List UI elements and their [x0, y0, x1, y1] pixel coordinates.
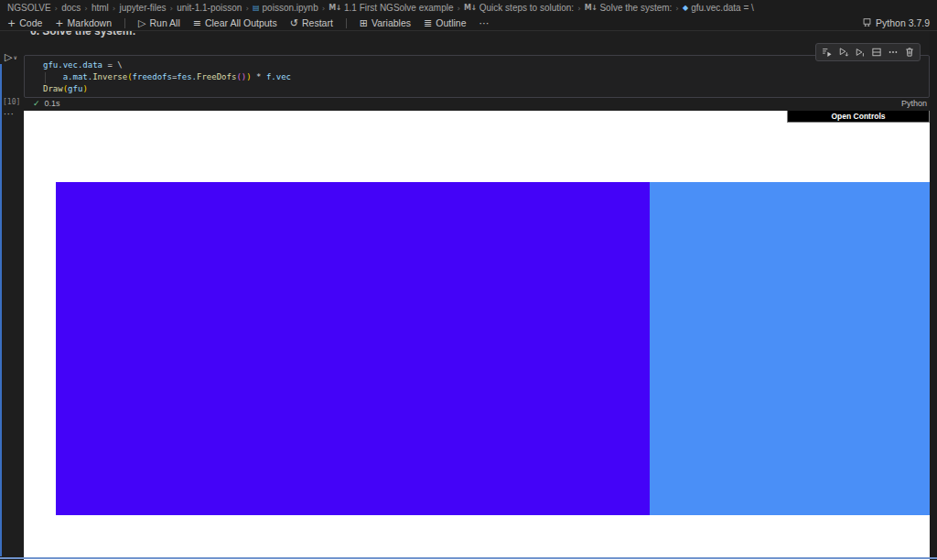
breadcrumb-separator: ›: [113, 4, 116, 13]
breadcrumb-label: NGSOLVE: [7, 3, 51, 13]
focused-cell-indicator: [0, 64, 2, 556]
toolbar-outline-button[interactable]: ≣Outline: [424, 17, 467, 28]
markdown-icon: M↓: [585, 5, 598, 12]
more-actions-icon: ⋯: [479, 18, 490, 28]
toolbar-more-actions-button[interactable]: ⋯: [479, 18, 490, 28]
markdown-icon: M↓: [464, 5, 477, 12]
execute-above-cells-icon[interactable]: [819, 45, 835, 59]
code-line: Draw(gfu): [43, 83, 929, 95]
breadcrumb-label: 1.1 First NGSolve example: [344, 3, 454, 13]
toolbar-clear-all-outputs-button[interactable]: ≡Clear All Outputs: [193, 17, 277, 28]
breadcrumb-item-html[interactable]: html: [92, 3, 109, 13]
add-icon: +: [55, 18, 63, 28]
markdown-icon: M↓: [328, 5, 341, 12]
kernel-icon: [862, 17, 872, 29]
toolbar-label: Run All: [149, 17, 179, 28]
cell-toolbar: [815, 43, 921, 61]
breadcrumb-label: Quick steps to solution:: [479, 3, 574, 13]
restart-icon: ↺: [290, 18, 298, 28]
breadcrumb-label: unit-1.1-poisson: [177, 3, 242, 13]
run-all-icon: ▷: [138, 18, 145, 28]
breadcrumb-separator: ›: [55, 4, 59, 13]
toolbar-label: Markdown: [68, 17, 112, 28]
breadcrumb-item-quick-steps-to-solution[interactable]: M↓Quick steps to solution:: [464, 3, 574, 13]
breadcrumb-label: docs: [61, 3, 81, 13]
kernel-picker-button[interactable]: Python 3.7.9: [862, 17, 930, 29]
variables-icon: ⊞: [360, 18, 368, 28]
chevron-down-icon: ∨: [13, 54, 16, 61]
run-by-line-icon[interactable]: [852, 45, 867, 59]
breadcrumb-label: gfu.vec.data = \: [691, 3, 754, 13]
breadcrumb-item-unit-1-1-poisson[interactable]: unit-1.1-poisson: [177, 3, 242, 13]
cell-language-picker[interactable]: Python: [901, 99, 927, 108]
toolbar-label: Clear All Outputs: [205, 17, 277, 28]
toolbar-divider: [346, 18, 347, 28]
editor-scrollbar-gutter[interactable]: [930, 31, 937, 557]
execute-cell-and-below-icon[interactable]: [835, 45, 851, 59]
indent-guide: [45, 72, 46, 83]
breadcrumb: NGSOLVE›docs›html›jupyter-files›unit-1.1…: [0, 0, 937, 16]
breadcrumb-separator: ›: [577, 4, 581, 13]
code-line: gfu.vec.data = \: [43, 59, 929, 71]
breadcrumb-label: Solve the system:: [599, 3, 672, 13]
run-cell-button[interactable]: ▷ ∨: [5, 52, 17, 63]
webgui-canvas[interactable]: [56, 182, 930, 515]
open-controls-button[interactable]: Open Controls: [787, 111, 930, 123]
add-icon: +: [7, 18, 16, 28]
toolbar-restart-button[interactable]: ↺Restart: [290, 17, 333, 28]
kernel-label: Python 3.7.9: [876, 17, 930, 28]
toolbar-run-all-button[interactable]: ▷Run All: [138, 17, 180, 28]
cell-status-bar: ✓ 0.1s: [33, 99, 60, 108]
run-cell-icon: ▷: [5, 52, 12, 63]
breadcrumb-item-ngsolve[interactable]: NGSOLVE: [7, 3, 51, 13]
breadcrumb-separator: ›: [457, 4, 460, 13]
toolbar-label: Restart: [302, 17, 333, 28]
window-bottom-border: [0, 557, 937, 559]
breadcrumb-label: poisson.ipynb: [263, 3, 318, 13]
outline-icon: ≣: [424, 18, 432, 28]
toolbar-label: Code: [19, 17, 42, 28]
viz-region-left: [56, 182, 650, 515]
toolbar-code-button[interactable]: +Code: [7, 17, 42, 28]
notebook-file-icon: ▤: [253, 5, 260, 12]
breadcrumb-label: html: [92, 3, 109, 13]
breadcrumb-item-gfu-vec-data[interactable]: ◆gfu.vec.data = \: [683, 3, 754, 13]
execution-count: [10]: [3, 98, 20, 106]
breadcrumb-separator: ›: [675, 4, 679, 13]
breadcrumb-item-solve-the-system[interactable]: M↓Solve the system:: [585, 3, 673, 13]
split-cell-icon[interactable]: [868, 45, 884, 59]
delete-cell-icon[interactable]: [901, 45, 917, 59]
toolbar-label: Outline: [436, 17, 466, 28]
cell-output: Open Controls: [24, 111, 930, 560]
breadcrumb-separator: ›: [84, 4, 88, 13]
toolbar-label: Variables: [372, 17, 411, 28]
more-actions-icon[interactable]: [885, 45, 900, 59]
breadcrumb-separator: ›: [322, 4, 326, 13]
clear-all-outputs-icon: ≡: [193, 18, 201, 28]
breadcrumb-item-jupyter-files[interactable]: jupyter-files: [119, 3, 166, 13]
breadcrumb-item-poisson-ipynb[interactable]: ▤poisson.ipynb: [253, 3, 318, 13]
breadcrumb-item-docs[interactable]: docs: [61, 3, 81, 13]
code-line: a.mat.Inverse(freedofs=fes.FreeDofs()) *…: [43, 71, 929, 83]
toolbar-divider: [124, 18, 125, 28]
cell-gutter-more-icon[interactable]: ···: [4, 110, 15, 119]
breadcrumb-separator: ›: [245, 4, 249, 13]
breadcrumb-separator: ›: [170, 4, 174, 13]
success-check-icon: ✓: [33, 99, 40, 108]
breadcrumb-item-1-1-first-ngsolve-example[interactable]: M↓1.1 First NGSolve example: [328, 3, 453, 13]
toolbar-markdown-button[interactable]: +Markdown: [55, 17, 112, 28]
markdown-heading-text: 6. Solve the system:: [30, 31, 250, 38]
breadcrumb-label: jupyter-files: [119, 3, 166, 13]
clipped-markdown-heading: 6. Solve the system:: [30, 31, 250, 38]
execution-time: 0.1s: [45, 99, 60, 108]
symbol-event-icon: ◆: [683, 5, 688, 12]
toolbar-variables-button[interactable]: ⊞Variables: [360, 17, 411, 28]
notebook-toolbar: +Code+Markdown▷Run All≡Clear All Outputs…: [0, 16, 937, 31]
viz-region-right: [650, 182, 930, 515]
code-cell-editor[interactable]: gfu.vec.data = \ a.mat.Inverse(freedofs=…: [24, 55, 930, 98]
